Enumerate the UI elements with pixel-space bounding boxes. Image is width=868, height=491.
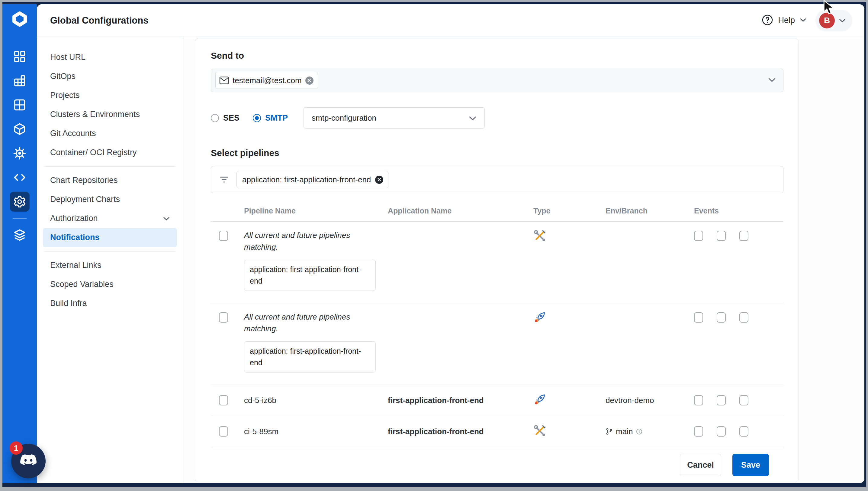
event-checkbox[interactable]	[717, 426, 726, 437]
match-pattern-chip: application: first-application-front-end	[244, 341, 376, 373]
nav-item-gitops[interactable]: GitOps	[43, 67, 177, 86]
event-checkbox[interactable]	[694, 395, 703, 405]
deploy-type-icon	[533, 311, 606, 325]
chevron-down-icon	[163, 216, 170, 221]
nav-item-container-oci-registry[interactable]: Container/ OCI Registry	[43, 143, 177, 162]
save-button[interactable]: Save	[733, 454, 769, 476]
pipeline-filter-input[interactable]: application: first-application-front-end	[211, 166, 783, 193]
nav-item-git-accounts[interactable]: Git Accounts	[43, 124, 177, 143]
row-select-checkbox[interactable]	[219, 395, 228, 405]
row-select-checkbox[interactable]	[219, 312, 228, 323]
discord-chat-button[interactable]: 1	[11, 444, 45, 478]
devtron-logo-icon[interactable]	[10, 9, 30, 29]
pipelines-table: Pipeline Name Application Name Type Env/…	[211, 206, 783, 447]
event-checkbox[interactable]	[739, 231, 748, 241]
git-branch-icon	[606, 428, 613, 435]
app-window: Global Configurations Help B	[2, 4, 864, 483]
nav-item-notifications[interactable]: Notifications	[43, 228, 177, 247]
event-checkbox[interactable]	[717, 395, 726, 405]
smtp-radio[interactable]: SMTP	[253, 113, 288, 123]
event-checkbox[interactable]	[717, 312, 726, 323]
mouse-cursor	[822, 0, 836, 17]
global-configurations-icon[interactable]	[10, 192, 30, 212]
nav-item-chart-repositories[interactable]: Chart Repositories	[43, 171, 177, 190]
application-groups-icon[interactable]	[10, 95, 30, 115]
filter-icon	[220, 176, 229, 183]
apps-grid-icon[interactable]	[10, 47, 30, 66]
event-checkbox[interactable]	[694, 426, 703, 437]
table-row: All current and future pipelines matchin…	[211, 303, 783, 385]
nav-item-external-links[interactable]: External Links	[43, 256, 177, 275]
recipient-chip: testemail@test.com	[215, 72, 318, 89]
nav-divider	[44, 251, 176, 252]
notification-badge: 1	[9, 441, 23, 455]
recipients-input[interactable]: testemail@test.com	[211, 69, 783, 92]
nav-item-clusters-environments[interactable]: Clusters & Environments	[43, 105, 177, 124]
send-to-title: Send to	[211, 51, 783, 61]
chevron-down-icon[interactable]	[768, 78, 776, 83]
code-icon[interactable]	[10, 168, 30, 187]
deploy-type-icon	[533, 393, 606, 407]
table-row: All current and future pipelines matchin…	[211, 222, 783, 303]
page-title: Global Configurations	[50, 15, 149, 26]
table-row: ci-5-89sm first-application-front-end	[211, 416, 783, 447]
nav-item-authorization[interactable]: Authorization	[43, 209, 177, 228]
match-pattern-chip: application: first-application-front-end	[244, 260, 376, 291]
page-header: Global Configurations Help B	[37, 4, 864, 37]
discord-icon	[19, 454, 38, 468]
event-checkbox[interactable]	[739, 312, 748, 323]
nav-item-deployment-charts[interactable]: Deployment Charts	[43, 190, 177, 209]
content-area: Send to testemail@test.com	[183, 37, 864, 483]
remove-filter-icon[interactable]	[375, 176, 383, 184]
ses-radio[interactable]: SES	[211, 113, 240, 123]
help-menu[interactable]: Help	[778, 16, 795, 25]
form-footer: Cancel Save	[211, 448, 783, 482]
notification-config-card: Send to testemail@test.com	[195, 38, 799, 482]
info-icon[interactable]	[636, 428, 643, 435]
help-icon[interactable]	[762, 14, 773, 27]
window-frame: Global Configurations Help B	[2, 2, 866, 487]
chevron-down-icon	[469, 113, 476, 123]
build-type-icon	[533, 425, 606, 438]
event-checkbox[interactable]	[694, 231, 703, 241]
chevron-down-icon	[839, 19, 846, 23]
nav-item-projects[interactable]: Projects	[43, 86, 177, 105]
icon-sidebar	[2, 4, 37, 483]
nav-item-host-url[interactable]: Host URL	[43, 48, 177, 67]
mail-icon	[219, 76, 229, 85]
event-checkbox[interactable]	[739, 395, 748, 405]
chevron-down-icon[interactable]	[800, 18, 806, 23]
table-row: cd-5-iz6b first-application-front-end	[211, 385, 783, 416]
sidebar-divider	[13, 218, 27, 219]
table-header: Pipeline Name Application Name Type Env/…	[211, 206, 783, 222]
nav-divider	[44, 166, 176, 167]
row-select-checkbox[interactable]	[219, 426, 228, 437]
cancel-button[interactable]: Cancel	[680, 454, 721, 476]
resource-browser-icon[interactable]	[10, 119, 30, 139]
nav-item-scoped-variables[interactable]: Scoped Variables	[43, 275, 177, 294]
remove-recipient-icon[interactable]	[305, 77, 313, 85]
chart-store-icon[interactable]	[10, 143, 30, 163]
event-checkbox[interactable]	[739, 426, 748, 437]
event-checkbox[interactable]	[694, 312, 703, 323]
settings-nav: Host URL GitOps Projects Clusters & Envi…	[37, 37, 183, 483]
select-pipelines-title: Select pipelines	[211, 148, 783, 158]
build-type-icon	[533, 229, 606, 243]
main-window: Global Configurations Help B	[37, 4, 864, 483]
smtp-config-select[interactable]: smtp-configuration	[304, 107, 485, 128]
row-select-checkbox[interactable]	[219, 231, 228, 241]
jobs-icon[interactable]	[10, 71, 30, 91]
nav-item-build-infra[interactable]: Build Infra	[43, 294, 177, 313]
stack-manager-icon[interactable]	[10, 225, 30, 245]
filter-chip: application: first-application-front-end	[237, 171, 389, 189]
event-checkbox[interactable]	[717, 231, 726, 241]
